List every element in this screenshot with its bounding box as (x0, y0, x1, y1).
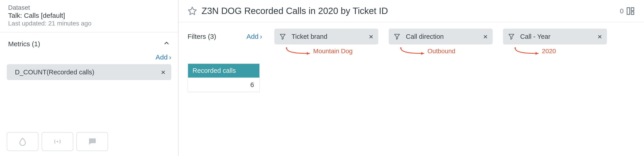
result-table-value: 6 (188, 78, 260, 92)
bottom-icon-bar (7, 132, 108, 151)
svg-marker-6 (307, 52, 310, 55)
svg-marker-1 (188, 7, 196, 14)
right-panel: Z3N DOG Recorded Calls in 2020 by Ticket… (178, 0, 644, 156)
filter-annotation: Mountain Dog (274, 44, 352, 56)
svg-point-7 (286, 47, 287, 49)
chevron-right-icon: › (260, 33, 262, 40)
result-table: Recorded calls 6 (188, 63, 260, 92)
live-icon-button[interactable] (42, 132, 73, 151)
svg-marker-12 (536, 52, 538, 55)
filter-annotation-text: Outbound (428, 48, 455, 55)
filter-chip-label: Ticket brand (292, 33, 363, 40)
funnel-icon (508, 33, 515, 40)
close-icon[interactable]: × (598, 33, 602, 40)
close-icon[interactable]: × (483, 33, 488, 40)
metrics-title: Metrics (1) (8, 40, 40, 48)
dataset-updated: Last updated: 21 minutes ago (8, 20, 170, 27)
star-icon[interactable] (188, 6, 197, 16)
grid-icon (626, 6, 635, 15)
dataset-block: Dataset Talk: Calls [default] Last updat… (0, 0, 178, 32)
funnel-icon (394, 33, 400, 40)
svg-rect-4 (631, 12, 634, 14)
filter-chip-call-year[interactable]: Call - Year × (503, 29, 607, 44)
metrics-header[interactable]: Metrics (1) (0, 32, 178, 49)
drop-icon-button[interactable] (7, 132, 38, 151)
filter-chip-call-direction[interactable]: Call direction × (389, 29, 492, 44)
metric-chip[interactable]: D_COUNT(Recorded calls) × (7, 64, 171, 80)
svg-rect-2 (627, 8, 630, 14)
close-icon[interactable]: × (161, 68, 166, 76)
filters-add-label: Add (246, 33, 258, 40)
dataset-heading: Dataset (8, 4, 170, 11)
filter-annotation-text: Mountain Dog (313, 48, 352, 55)
filter-chip-ticket-brand[interactable]: Ticket brand × (274, 29, 378, 44)
filters-row: Filters (3) Add › Ticket brand × Moun (178, 22, 644, 56)
filter-chip-label: Call direction (406, 33, 478, 40)
chevron-right-icon: › (169, 54, 171, 61)
metric-chip-label: D_COUNT(Recorded calls) (15, 69, 94, 76)
filter-annotation: Outbound (389, 44, 455, 56)
left-panel: Dataset Talk: Calls [default] Last updat… (0, 0, 178, 156)
title-bar: Z3N DOG Recorded Calls in 2020 by Ticket… (178, 0, 644, 22)
funnel-icon (279, 33, 286, 40)
svg-point-10 (400, 47, 402, 49)
filter-chip-label: Call - Year (520, 33, 592, 40)
filters-title: Filters (3) (188, 33, 216, 40)
layout-count: 0 (620, 7, 624, 15)
result-table-header: Recorded calls (188, 64, 260, 78)
svg-marker-8 (394, 34, 400, 39)
svg-marker-5 (280, 34, 286, 39)
filters-add-link[interactable]: Add › (246, 33, 262, 40)
layout-switch[interactable]: 0 (620, 6, 635, 15)
metrics-add-label: Add (156, 53, 168, 61)
filter-annotation: 2020 (503, 44, 556, 56)
comment-icon-button[interactable] (76, 132, 108, 151)
filter-annotation-text: 2020 (542, 48, 556, 55)
dataset-name: Talk: Calls [default] (8, 12, 170, 19)
svg-point-13 (514, 47, 516, 49)
svg-point-0 (57, 141, 58, 143)
report-title: Z3N DOG Recorded Calls in 2020 by Ticket… (202, 6, 615, 16)
metrics-add-link[interactable]: Add › (156, 53, 171, 61)
chevron-up-icon[interactable] (163, 40, 170, 48)
svg-marker-11 (509, 34, 514, 39)
svg-rect-3 (631, 8, 634, 10)
svg-marker-9 (421, 52, 424, 55)
close-icon[interactable]: × (369, 33, 373, 40)
